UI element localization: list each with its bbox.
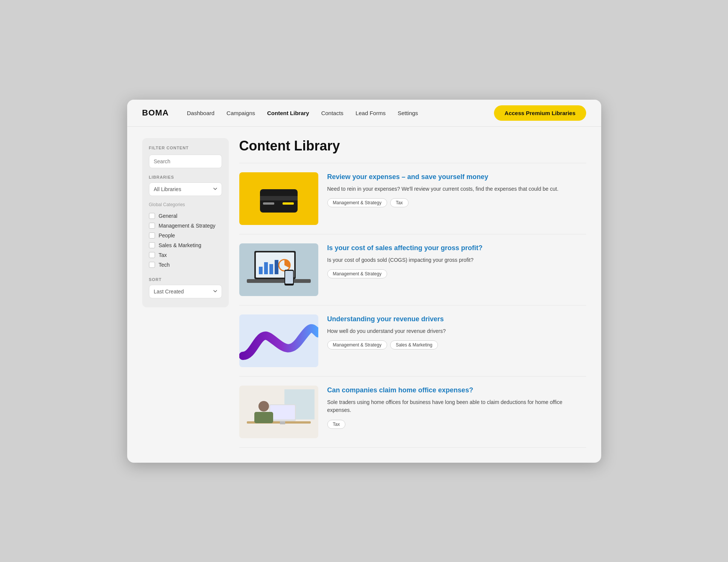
search-input[interactable] bbox=[149, 155, 222, 168]
content-title[interactable]: Can companies claim home office expenses… bbox=[327, 386, 586, 395]
content-item: Can companies claim home office expenses… bbox=[239, 377, 586, 448]
nav-item-lead-forms[interactable]: Lead Forms bbox=[356, 110, 386, 116]
svg-rect-10 bbox=[269, 264, 273, 274]
svg-rect-22 bbox=[280, 421, 285, 424]
category-item-tax[interactable]: Tax bbox=[149, 250, 222, 260]
category-label: People bbox=[159, 232, 175, 238]
sidebar: FILTER CONTENT LIBRARIES All Libraries G… bbox=[142, 138, 229, 307]
app-logo: BOMA bbox=[142, 108, 169, 118]
category-item-management-&-strategy[interactable]: Management & Strategy bbox=[149, 221, 222, 231]
content-description: Need to rein in your expenses? We'll rev… bbox=[327, 185, 586, 193]
svg-rect-4 bbox=[283, 202, 294, 205]
content-item: Review your expenses – and save yourself… bbox=[239, 163, 586, 234]
content-tags: Management & StrategyTax bbox=[327, 198, 586, 207]
svg-rect-8 bbox=[259, 267, 263, 274]
content-title[interactable]: Is your cost of sales affecting your gro… bbox=[327, 243, 586, 252]
svg-rect-9 bbox=[264, 262, 268, 274]
tag[interactable]: Tax bbox=[390, 198, 409, 207]
category-checkbox[interactable] bbox=[149, 223, 155, 229]
content-title[interactable]: Understanding your revenue drivers bbox=[327, 314, 586, 324]
libraries-label: LIBRARIES bbox=[149, 175, 222, 179]
category-label: General bbox=[159, 213, 178, 219]
content-thumbnail bbox=[239, 243, 318, 296]
nav-item-dashboard[interactable]: Dashboard bbox=[187, 110, 214, 116]
svg-rect-3 bbox=[263, 202, 274, 205]
nav-item-contacts[interactable]: Contacts bbox=[321, 110, 343, 116]
category-checkbox[interactable] bbox=[149, 262, 155, 268]
nav-item-settings[interactable]: Settings bbox=[398, 110, 418, 116]
svg-rect-13 bbox=[247, 279, 311, 283]
content-thumbnail bbox=[239, 314, 318, 367]
categories-list: GeneralManagement & StrategyPeopleSales … bbox=[149, 211, 222, 270]
main-nav: DashboardCampaignsContent LibraryContact… bbox=[187, 110, 494, 116]
category-label: Tax bbox=[159, 252, 167, 258]
page-title: Content Library bbox=[239, 138, 586, 154]
svg-rect-21 bbox=[270, 405, 295, 419]
svg-point-23 bbox=[258, 401, 269, 412]
category-checkbox[interactable] bbox=[149, 232, 155, 238]
libraries-select[interactable]: All Libraries bbox=[149, 182, 222, 196]
category-label: Sales & Marketing bbox=[159, 242, 202, 248]
content-thumbnail bbox=[239, 386, 318, 438]
nav-item-campaigns[interactable]: Campaigns bbox=[226, 110, 255, 116]
content-item: Is your cost of sales affecting your gro… bbox=[239, 234, 586, 305]
category-label: Tech bbox=[159, 262, 170, 268]
content-list: Review your expenses – and save yourself… bbox=[239, 163, 586, 448]
main-layout: FILTER CONTENT LIBRARIES All Libraries G… bbox=[127, 127, 601, 463]
svg-rect-11 bbox=[275, 260, 278, 274]
premium-button[interactable]: Access Premium Libraries bbox=[494, 105, 586, 121]
category-item-sales-&-marketing[interactable]: Sales & Marketing bbox=[149, 240, 222, 250]
content-body: Review your expenses – and save yourself… bbox=[327, 172, 586, 208]
tag[interactable]: Sales & Marketing bbox=[390, 340, 438, 349]
content-body: Can companies claim home office expenses… bbox=[327, 386, 586, 429]
category-checkbox[interactable] bbox=[149, 252, 155, 258]
tag[interactable]: Management & Strategy bbox=[327, 198, 387, 207]
filter-label: FILTER CONTENT bbox=[149, 146, 222, 150]
category-item-tech[interactable]: Tech bbox=[149, 260, 222, 270]
svg-rect-1 bbox=[260, 189, 298, 213]
svg-rect-2 bbox=[260, 196, 298, 200]
global-categories-label: Global Categories bbox=[149, 202, 222, 207]
sort-section: SORT Last Created bbox=[149, 277, 222, 298]
content-tags: Tax bbox=[327, 420, 586, 429]
topbar: BOMA DashboardCampaignsContent LibraryCo… bbox=[127, 100, 601, 127]
content-thumbnail bbox=[239, 172, 318, 225]
nav-item-content-library[interactable]: Content Library bbox=[267, 110, 309, 116]
content-body: Understanding your revenue drivers How w… bbox=[327, 314, 586, 350]
svg-rect-24 bbox=[254, 412, 273, 423]
content-description: How well do you understand your revenue … bbox=[327, 327, 586, 336]
content-item: Understanding your revenue drivers How w… bbox=[239, 305, 586, 377]
content-area: Content Library Review your expenses – a… bbox=[239, 138, 586, 448]
content-description: Is your cost of goods sold (COGS) impact… bbox=[327, 256, 586, 264]
category-label: Management & Strategy bbox=[159, 223, 216, 229]
content-tags: Management & StrategySales & Marketing bbox=[327, 340, 586, 349]
category-checkbox[interactable] bbox=[149, 242, 155, 248]
category-item-general[interactable]: General bbox=[149, 211, 222, 221]
sort-label: SORT bbox=[149, 277, 222, 282]
content-tags: Management & Strategy bbox=[327, 269, 586, 278]
tag[interactable]: Management & Strategy bbox=[327, 340, 387, 349]
content-description: Sole traders using home offices for busi… bbox=[327, 398, 586, 415]
tag[interactable]: Tax bbox=[327, 420, 346, 429]
app-window: BOMA DashboardCampaignsContent LibraryCo… bbox=[127, 100, 601, 463]
tag[interactable]: Management & Strategy bbox=[327, 269, 387, 278]
svg-rect-15 bbox=[285, 271, 293, 284]
category-item-people[interactable]: People bbox=[149, 231, 222, 240]
category-checkbox[interactable] bbox=[149, 213, 155, 219]
content-body: Is your cost of sales affecting your gro… bbox=[327, 243, 586, 279]
content-title[interactable]: Review your expenses – and save yourself… bbox=[327, 172, 586, 181]
sort-select[interactable]: Last Created bbox=[149, 285, 222, 298]
